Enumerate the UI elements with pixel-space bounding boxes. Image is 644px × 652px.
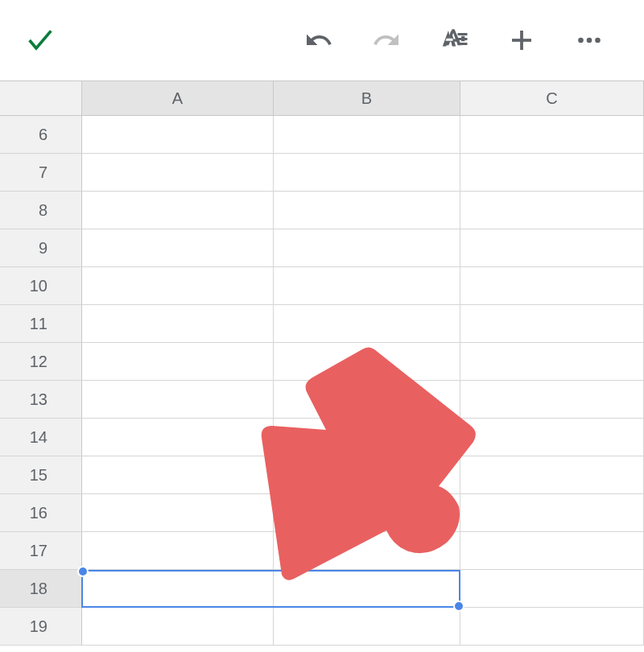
row-header-16[interactable]: 16: [0, 494, 82, 531]
cell-b6[interactable]: [274, 116, 460, 153]
text-format-icon: [440, 26, 469, 55]
column-header-a[interactable]: A: [82, 81, 274, 115]
row-header-6[interactable]: 6: [0, 116, 82, 153]
toolbar: [0, 0, 644, 80]
cell-b15[interactable]: [274, 456, 460, 493]
cell-a14[interactable]: [82, 419, 274, 456]
row-15: 15: [0, 456, 644, 494]
svg-rect-1: [458, 38, 468, 40]
cell-a17[interactable]: [82, 532, 274, 569]
column-headers: A B C: [0, 80, 644, 116]
row-header-18[interactable]: 18: [0, 570, 82, 607]
plus-icon: [507, 26, 536, 55]
cell-a10[interactable]: [82, 267, 274, 304]
row-10: 10: [0, 267, 644, 305]
cell-c11[interactable]: [460, 305, 644, 342]
cell-b10[interactable]: [274, 267, 460, 304]
undo-button[interactable]: [304, 26, 333, 55]
row-header-15[interactable]: 15: [0, 456, 82, 493]
add-button[interactable]: [507, 26, 536, 55]
cell-b13[interactable]: [274, 381, 460, 418]
cell-b17[interactable]: [274, 532, 460, 569]
row-19: 19: [0, 608, 644, 646]
row-header-11[interactable]: 11: [0, 305, 82, 342]
row-header-13[interactable]: 13: [0, 381, 82, 418]
row-header-7[interactable]: 7: [0, 154, 82, 191]
cell-b9[interactable]: [274, 229, 460, 266]
cell-b19[interactable]: [274, 608, 460, 645]
cell-c12[interactable]: [460, 343, 644, 380]
cell-a11[interactable]: [82, 305, 274, 342]
row-13: 13: [0, 381, 644, 419]
row-header-17[interactable]: 17: [0, 532, 82, 569]
cell-c10[interactable]: [460, 267, 644, 304]
svg-rect-0: [458, 33, 468, 35]
cell-a6[interactable]: [82, 116, 274, 153]
spreadsheet: A B C 6 7 8 9 10: [0, 80, 644, 646]
redo-button[interactable]: [372, 26, 401, 55]
row-6: 6: [0, 116, 644, 154]
cell-a8[interactable]: [82, 192, 274, 229]
cell-b18[interactable]: [274, 570, 460, 607]
cell-c7[interactable]: [460, 154, 644, 191]
cell-b14[interactable]: [274, 419, 460, 456]
cell-a16[interactable]: [82, 494, 274, 531]
cell-c13[interactable]: [460, 381, 644, 418]
cell-c15[interactable]: [460, 456, 644, 493]
svg-rect-2: [458, 43, 468, 45]
cell-a18[interactable]: [82, 570, 274, 607]
cell-b16[interactable]: [274, 494, 460, 531]
format-button[interactable]: [440, 26, 469, 55]
row-9: 9: [0, 229, 644, 267]
cell-c18[interactable]: [460, 570, 644, 607]
cell-b11[interactable]: [274, 305, 460, 342]
row-header-19[interactable]: 19: [0, 608, 82, 645]
column-header-c[interactable]: C: [460, 81, 644, 115]
cell-b12[interactable]: [274, 343, 460, 380]
cell-a7[interactable]: [82, 154, 274, 191]
svg-point-6: [587, 38, 592, 43]
redo-icon: [372, 26, 401, 55]
grid-body: 6 7 8 9 10 11: [0, 116, 644, 646]
cell-a15[interactable]: [82, 456, 274, 493]
svg-point-7: [595, 38, 601, 43]
row-18: 18: [0, 570, 644, 608]
cell-b8[interactable]: [274, 192, 460, 229]
row-11: 11: [0, 305, 644, 343]
cell-c16[interactable]: [460, 494, 644, 531]
row-header-9[interactable]: 9: [0, 229, 82, 266]
row-14: 14: [0, 419, 644, 456]
row-header-8[interactable]: 8: [0, 192, 82, 229]
row-16: 16: [0, 494, 644, 532]
row-12: 12: [0, 343, 644, 381]
column-header-b[interactable]: B: [274, 81, 460, 115]
row-header-12[interactable]: 12: [0, 343, 82, 380]
check-icon: [24, 24, 56, 56]
cell-a9[interactable]: [82, 229, 274, 266]
cell-a13[interactable]: [82, 381, 274, 418]
svg-point-5: [578, 38, 584, 43]
select-all-corner[interactable]: [0, 81, 82, 115]
more-horizontal-icon: [575, 26, 604, 55]
cell-c17[interactable]: [460, 532, 644, 569]
cell-a19[interactable]: [82, 608, 274, 645]
row-17: 17: [0, 532, 644, 570]
cell-b7[interactable]: [274, 154, 460, 191]
cell-a12[interactable]: [82, 343, 274, 380]
row-header-14[interactable]: 14: [0, 419, 82, 456]
confirm-button[interactable]: [24, 24, 56, 56]
row-header-10[interactable]: 10: [0, 267, 82, 304]
row-7: 7: [0, 154, 644, 192]
more-button[interactable]: [575, 26, 604, 55]
cell-c19[interactable]: [460, 608, 644, 645]
cell-c9[interactable]: [460, 229, 644, 266]
cell-c8[interactable]: [460, 192, 644, 229]
cell-c14[interactable]: [460, 419, 644, 456]
row-8: 8: [0, 192, 644, 229]
undo-icon: [304, 26, 333, 55]
cell-c6[interactable]: [460, 116, 644, 153]
